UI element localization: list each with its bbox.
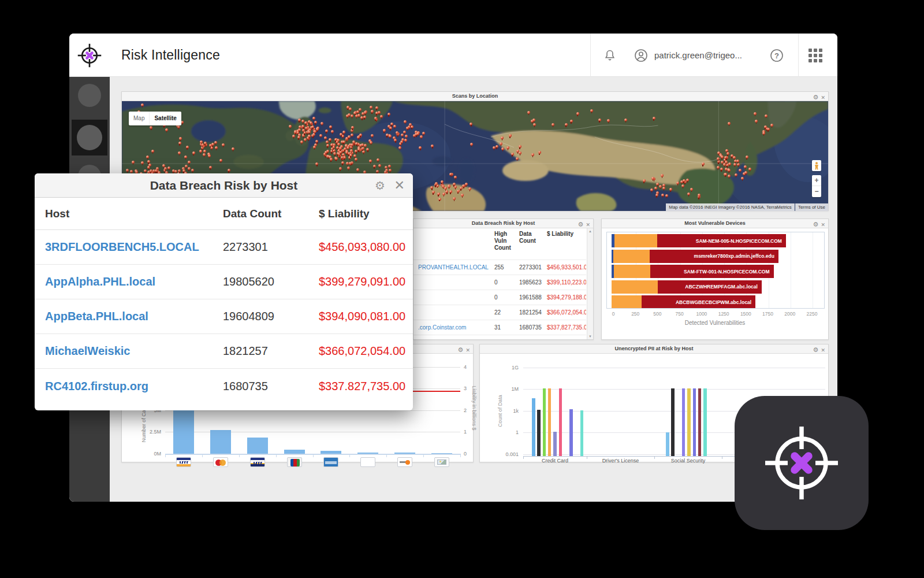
map-pin[interactable] (342, 131, 345, 134)
map-pin[interactable] (388, 165, 391, 168)
map-pin[interactable] (444, 187, 447, 190)
map-pin[interactable] (366, 148, 369, 151)
map-pin[interactable] (204, 142, 207, 144)
map-pin[interactable] (501, 136, 504, 139)
map-pin[interactable] (294, 131, 297, 134)
map-pin[interactable] (389, 169, 392, 172)
map-pin[interactable] (147, 160, 150, 163)
map-pin[interactable] (203, 150, 206, 153)
map-pin[interactable] (292, 135, 295, 138)
map-pin[interactable] (470, 123, 472, 125)
map-pin[interactable] (470, 143, 473, 146)
map-pin[interactable] (681, 184, 684, 187)
map-pin[interactable] (375, 112, 378, 114)
map-pin[interactable] (449, 173, 452, 176)
map-pin[interactable] (165, 128, 168, 131)
map-pin[interactable] (448, 185, 450, 188)
map-pin[interactable] (378, 164, 381, 167)
map-view-button[interactable]: Map (129, 112, 149, 125)
map-pin[interactable] (461, 194, 464, 197)
map-pin[interactable] (150, 126, 152, 129)
map-pin[interactable] (744, 171, 747, 174)
map-pin[interactable] (374, 117, 377, 120)
map-pin[interactable] (468, 187, 471, 190)
map-pin[interactable] (527, 111, 530, 114)
map-pin[interactable] (394, 139, 397, 142)
map-pin[interactable] (406, 127, 409, 129)
map-pin[interactable] (349, 154, 352, 157)
map-pin[interactable] (141, 161, 144, 164)
map-pin[interactable] (373, 165, 376, 168)
map-pin[interactable] (314, 130, 316, 133)
map-pin[interactable] (344, 147, 346, 150)
map-pin[interactable] (326, 144, 329, 147)
map-pin[interactable] (370, 106, 372, 109)
map-pin[interactable] (141, 103, 144, 106)
map-pin[interactable] (702, 162, 705, 165)
map-pin[interactable] (607, 119, 610, 122)
map-pin[interactable] (624, 118, 627, 121)
map-pin[interactable] (653, 117, 655, 120)
map-pin[interactable] (319, 134, 322, 137)
widget-close-icon[interactable]: ✕ (586, 222, 590, 228)
map-pin[interactable] (335, 157, 338, 160)
map-pin[interactable] (422, 132, 425, 135)
map-pin[interactable] (151, 150, 154, 153)
map-pin[interactable] (643, 179, 646, 182)
map-pin[interactable] (725, 149, 728, 152)
popup-close-icon[interactable]: ✕ (394, 173, 405, 198)
map-pin[interactable] (538, 151, 541, 154)
host-link[interactable]: AppBeta.PHL.local (45, 299, 215, 334)
map-pin[interactable] (453, 183, 456, 186)
map-pin[interactable] (132, 161, 135, 164)
map-pin[interactable] (598, 118, 601, 121)
map-pin[interactable] (754, 112, 757, 115)
app-launcher-grid-icon[interactable] (808, 49, 824, 64)
map-pin[interactable] (188, 167, 191, 170)
map-pin[interactable] (298, 118, 301, 121)
map-pin[interactable] (676, 181, 679, 184)
map-pin[interactable] (683, 179, 685, 182)
map-pin[interactable] (326, 140, 329, 143)
map-pin[interactable] (733, 163, 736, 166)
map-pin[interactable] (219, 159, 222, 162)
map-pin[interactable] (126, 169, 129, 172)
map-pin[interactable] (184, 155, 187, 158)
map-pin[interactable] (746, 155, 748, 158)
map-pin[interactable] (398, 146, 401, 149)
map-pin[interactable] (144, 169, 147, 172)
widget-gear-icon[interactable]: ⚙ (458, 346, 464, 353)
map-pin[interactable] (687, 192, 690, 195)
map-pin[interactable] (351, 134, 353, 136)
map-pin[interactable] (351, 114, 353, 117)
map-pin[interactable] (516, 157, 519, 160)
host-link[interactable]: .corp.Coinstar.com (418, 320, 490, 335)
map-pin[interactable] (728, 162, 731, 165)
street-view-pegman-button[interactable] (812, 160, 821, 171)
map-pin[interactable] (460, 187, 463, 190)
map-pin[interactable] (656, 183, 659, 186)
map-pin[interactable] (179, 137, 182, 140)
map-pin[interactable] (388, 113, 390, 116)
map-pin[interactable] (728, 169, 731, 172)
map-pin[interactable] (376, 170, 379, 173)
map-pin[interactable] (736, 160, 739, 162)
sidebar-item-2-active[interactable] (72, 120, 107, 155)
map-pin[interactable] (385, 166, 388, 169)
map-pin[interactable] (333, 152, 336, 155)
map-pin[interactable] (214, 141, 217, 144)
map-pin[interactable] (310, 121, 312, 124)
map-pin[interactable] (419, 146, 422, 149)
map-pin[interactable] (770, 124, 773, 127)
popup-gear-icon[interactable]: ⚙ (375, 173, 385, 198)
map-pin[interactable] (380, 115, 383, 118)
map-pin[interactable] (531, 153, 534, 156)
widget-close-icon[interactable]: ✕ (465, 347, 470, 353)
map-pin[interactable] (725, 161, 728, 164)
map-pin[interactable] (509, 134, 512, 137)
widget-gear-icon[interactable]: ⚙ (813, 346, 819, 353)
map-pin[interactable] (297, 136, 300, 139)
map-pin[interactable] (717, 151, 720, 154)
map-pin[interactable] (343, 156, 346, 159)
map-pin[interactable] (305, 127, 308, 129)
